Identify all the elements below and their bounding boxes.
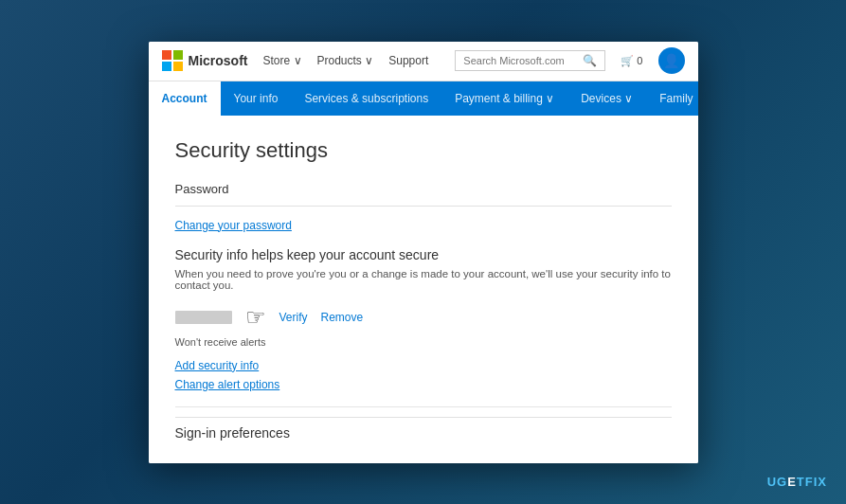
search-icon: 🔍 [583,54,597,67]
account-navigation: Account Your info Services & subscriptio… [149,81,698,116]
top-navigation: Microsoft Store ∨ Products ∨ Support 🔍 🛒… [149,42,698,81]
security-info-row: ☞ Verify Remove [175,304,672,331]
microsoft-logo[interactable]: Microsoft [162,50,248,71]
support-link[interactable]: Support [388,54,428,67]
nav-devices[interactable]: Devices ∨ [567,81,646,116]
masked-info [175,311,232,324]
change-alert-options-link[interactable]: Change alert options [175,378,672,391]
security-info-subtitle: Security info helps keep your account se… [175,247,672,262]
ms-logo-text: Microsoft [189,53,248,68]
remove-link[interactable]: Remove [321,311,364,324]
alert-label: Won't receive alerts [175,336,672,348]
nav-account[interactable]: Account [149,81,221,116]
hand-cursor-icon: ☞ [245,304,266,331]
password-section-label: Password [175,182,672,196]
nav-your-info[interactable]: Your info [221,81,292,116]
watermark: UGETFIX [767,475,827,489]
sign-in-preferences-label: Sign-in preferences [175,417,672,441]
sign-in-divider [175,406,672,407]
add-security-info-link[interactable]: Add security info [175,359,672,372]
nav-payment[interactable]: Payment & billing ∨ [441,81,567,116]
products-link[interactable]: Products ∨ [317,54,374,67]
nav-services[interactable]: Services & subscriptions [291,81,441,116]
page-title: Security settings [175,138,672,163]
cart-icon[interactable]: 🛒 0 [621,55,642,67]
browser-window: Microsoft Store ∨ Products ∨ Support 🔍 🛒… [149,42,698,463]
store-link[interactable]: Store ∨ [263,54,302,67]
verify-link[interactable]: Verify [279,311,308,324]
change-password-link[interactable]: Change your password [175,219,292,232]
watermark-accent: UGETFIX [767,475,827,489]
top-nav-links: Store ∨ Products ∨ Support [263,54,441,67]
search-bar[interactable]: 🔍 [455,50,605,71]
action-links: Add security info Change alert options [175,359,672,391]
main-content: Security settings Password Change your p… [149,116,698,463]
ms-grid-icon [162,50,183,71]
nav-family[interactable]: Family [646,81,697,116]
avatar-icon: 👤 [663,53,679,68]
search-input[interactable] [463,55,577,66]
security-info-description: When you need to prove you're you or a c… [175,268,672,291]
password-divider [175,206,672,207]
user-avatar[interactable]: 👤 [658,47,685,74]
